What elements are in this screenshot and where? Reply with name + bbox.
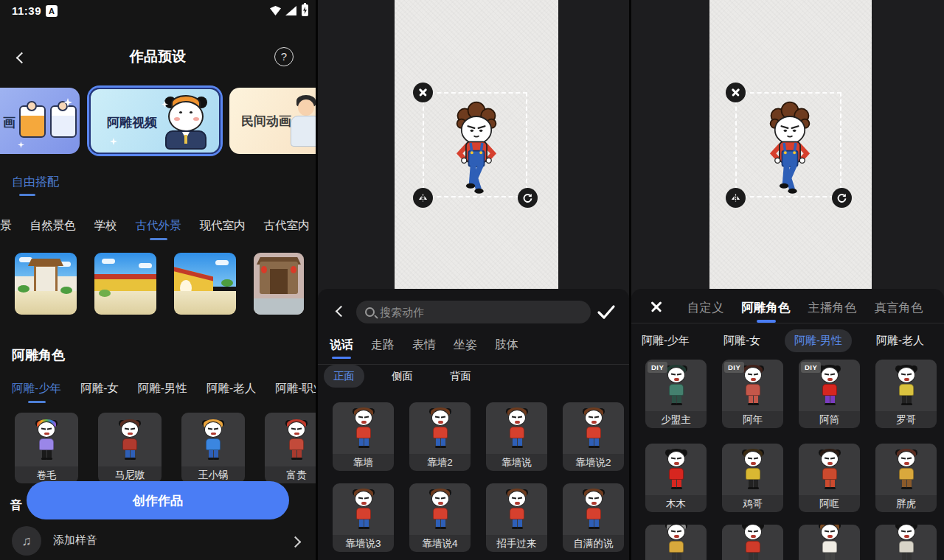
tab-custom[interactable]: 自定义 xyxy=(687,300,724,316)
action-card[interactable]: 招手过来 xyxy=(486,483,547,552)
role-card[interactable]: 阿哐 xyxy=(799,444,860,512)
character-card[interactable]: 马尼嗷 xyxy=(98,413,162,483)
action-name: 靠墙2 xyxy=(409,454,471,471)
role-card[interactable]: DIY 阿年 xyxy=(722,360,783,428)
tab-expression[interactable]: 表情 xyxy=(412,337,436,353)
tab-front[interactable]: 正面 xyxy=(324,365,364,388)
role-name: 阿筒 xyxy=(799,411,860,428)
preview-canvas[interactable] xyxy=(709,0,872,289)
tab-scene-ancient-indoor[interactable]: 古代室内 xyxy=(264,218,310,234)
tab-back[interactable]: 背面 xyxy=(440,365,481,388)
facing-tabs: 正面 侧面 背面 xyxy=(324,365,481,388)
mini-character xyxy=(200,419,226,461)
tab-speak[interactable]: 说话 xyxy=(330,337,353,353)
role-card[interactable]: DIY 少盟主 xyxy=(645,360,707,428)
sheet-back-button[interactable] xyxy=(337,305,345,318)
preview-canvas[interactable] xyxy=(395,0,558,289)
tab-adiao-roles[interactable]: 阿雕角色 xyxy=(742,300,791,316)
character-grid: 卷毛 马尼嗷 王小锅 富贵 xyxy=(15,413,316,483)
tab-adiao-teen[interactable]: 阿雕-少年 xyxy=(632,329,699,352)
mini-character xyxy=(504,407,530,449)
delete-icon[interactable] xyxy=(413,83,433,102)
role-card[interactable]: DIY 阿筒 xyxy=(799,360,860,428)
tab-scene-school[interactable]: 学校 xyxy=(94,218,117,234)
role-card[interactable]: 木木 xyxy=(645,444,707,512)
mini-character xyxy=(816,525,843,560)
tab-sitting[interactable]: 坐姿 xyxy=(454,337,477,353)
scene-thumb-yellow-wall[interactable] xyxy=(94,253,156,315)
action-category-tabs: 说话 走路 表情 坐姿 肢体 xyxy=(330,337,518,353)
action-card[interactable]: 靠墙说 xyxy=(486,402,547,471)
flip-icon[interactable] xyxy=(413,188,433,208)
tab-scene-ancient-outdoor[interactable]: 古代外景 xyxy=(136,218,181,234)
tab-host-roles[interactable]: 主播角色 xyxy=(808,300,857,316)
canvas-character[interactable] xyxy=(443,100,510,197)
preset-card-label: 民间动画 xyxy=(241,113,291,130)
action-card[interactable]: 靠墙说4 xyxy=(409,483,471,552)
role-card[interactable]: 胖虎 xyxy=(875,444,937,512)
mini-character xyxy=(117,419,143,461)
mini-character xyxy=(816,449,843,490)
flip-icon[interactable] xyxy=(726,188,746,208)
role-card[interactable] xyxy=(722,525,783,560)
search-input[interactable] xyxy=(380,306,582,318)
tab-scene-cut[interactable]: 景 xyxy=(0,218,12,234)
role-section-title: 阿雕角色 xyxy=(12,346,65,364)
panda-avatar-illustration xyxy=(163,95,209,151)
search-bar[interactable] xyxy=(356,301,591,323)
role-card[interactable]: 罗哥 xyxy=(875,360,937,428)
tab-side[interactable]: 侧面 xyxy=(382,365,423,388)
tab-scene-modern-indoor[interactable]: 现代室内 xyxy=(200,218,246,234)
tab-adiao-elder[interactable]: 阿雕-老人 xyxy=(867,329,934,352)
canvas-character[interactable] xyxy=(757,100,823,197)
character-card[interactable]: 王小锅 xyxy=(181,413,245,483)
role-card[interactable] xyxy=(799,525,860,560)
rotate-icon[interactable] xyxy=(832,188,852,208)
mini-character xyxy=(33,419,60,461)
delete-icon[interactable] xyxy=(726,83,746,102)
tab-role-female[interactable]: 阿雕-女 xyxy=(80,381,119,396)
tab-walk[interactable]: 走路 xyxy=(371,337,395,353)
role-sheet: 自定义 阿雕角色 主播角色 真言角色 阿雕-少年 阿雕-女 阿雕-男性 阿雕-老… xyxy=(631,289,944,560)
add-sample-audio-row[interactable]: ♫ 添加样音 xyxy=(0,525,316,557)
role-top-tabs: 自定义 阿雕角色 主播角色 真言角色 xyxy=(687,300,923,316)
tab-role-elder[interactable]: 阿雕-老人 xyxy=(206,381,256,396)
action-card[interactable]: 靠墙 xyxy=(333,402,394,471)
action-name: 靠墙说4 xyxy=(409,535,471,552)
role-card[interactable]: 鸡哥 xyxy=(722,444,783,512)
tab-scene-nature[interactable]: 自然景色 xyxy=(30,218,76,234)
tab-role-teen[interactable]: 阿雕-少年 xyxy=(12,381,61,396)
music-section-partial-label: 音 xyxy=(10,498,22,514)
tab-adiao-female[interactable]: 阿雕-女 xyxy=(714,329,770,352)
character-card[interactable]: 卷毛 xyxy=(15,413,78,483)
confirm-check-icon[interactable] xyxy=(597,304,616,323)
rotate-icon[interactable] xyxy=(518,188,538,208)
action-card[interactable]: 靠墙说2 xyxy=(563,402,624,471)
free-match-label[interactable]: 自由搭配 xyxy=(12,175,59,190)
role-name: 阿哐 xyxy=(799,495,860,512)
close-icon[interactable] xyxy=(649,299,664,314)
role-name: 胖虎 xyxy=(875,495,937,512)
tab-body[interactable]: 肢体 xyxy=(495,337,518,353)
person-illustration xyxy=(288,95,316,148)
scene-thumb-shopfront[interactable] xyxy=(254,253,304,315)
character-card[interactable]: 富贵 xyxy=(265,413,316,483)
action-card[interactable]: 靠墙说3 xyxy=(333,483,394,552)
action-card[interactable]: 自满的说 xyxy=(563,483,624,552)
role-card[interactable] xyxy=(875,525,937,560)
app-badge-icon: A xyxy=(46,5,58,17)
tab-adiao-male[interactable]: 阿雕-男性 xyxy=(785,329,852,352)
preset-card-folk-animation[interactable]: 民间动画 xyxy=(229,88,316,154)
tab-zhenyan-roles[interactable]: 真言角色 xyxy=(875,300,923,316)
mini-character xyxy=(350,489,377,530)
create-work-button[interactable]: 创作作品 xyxy=(27,481,289,519)
tab-role-profession[interactable]: 阿雕-职业 xyxy=(275,381,316,396)
help-icon[interactable]: ? xyxy=(274,47,294,66)
preset-card-sleep-animation[interactable]: 画 xyxy=(0,88,80,154)
role-card[interactable] xyxy=(645,525,707,560)
tab-role-male[interactable]: 阿雕-男性 xyxy=(138,381,187,396)
scene-thumb-gate[interactable] xyxy=(15,253,77,315)
preset-card-adiao-video[interactable]: 阿雕视频 xyxy=(89,88,221,154)
scene-thumb-wall-gate[interactable] xyxy=(174,253,236,315)
action-card[interactable]: 靠墙2 xyxy=(409,402,471,471)
